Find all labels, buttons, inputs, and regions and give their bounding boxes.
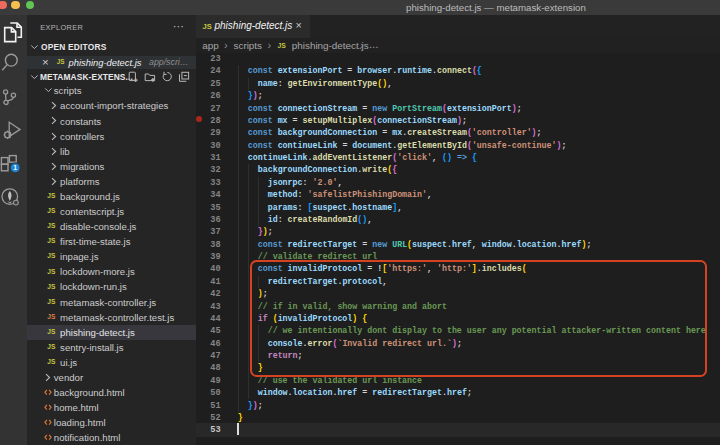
svg-text:1: 1 xyxy=(13,164,17,171)
